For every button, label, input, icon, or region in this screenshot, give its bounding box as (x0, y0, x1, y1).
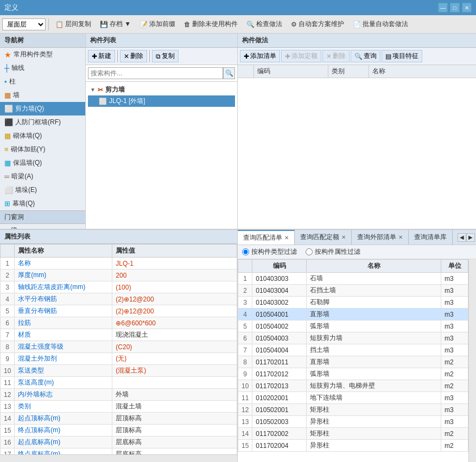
props-row[interactable]: 14起点顶标高(m)层顶标高 (1, 413, 237, 425)
maximize-button[interactable]: □ (450, 3, 460, 12)
delete-method-button[interactable]: ✕ 删除 (322, 50, 350, 62)
search-button[interactable]: 🔍 (223, 67, 235, 79)
query-row[interactable]: 10011702013短肢剪力墙、电梯井壁m2 (238, 380, 468, 392)
delete-component-button[interactable]: ✕ 删除 (120, 50, 147, 62)
props-row[interactable]: 13类别混凝土墙 (1, 401, 237, 413)
query-row[interactable]: 6010504003短肢剪力墙m3 (238, 332, 468, 344)
props-row-value[interactable]: (C20) (112, 341, 237, 353)
nav-item-curtain-wall[interactable]: ⊞ 幕墙(Q) (0, 197, 85, 210)
query-tab-list-lib[interactable]: 查询清单库 (409, 230, 453, 245)
nav-item-common-types[interactable]: ★ 常用构件类型 (0, 48, 85, 61)
nav-item-column[interactable]: ▪ 柱 (0, 75, 85, 88)
nav-item-insulation-wall[interactable]: ▦ 保温墙(Q) (0, 156, 85, 170)
props-row[interactable]: 5垂直分布钢筋(2)⊕12@200 (1, 305, 237, 317)
props-row-value[interactable]: 层底标高 (112, 437, 237, 448)
query-row[interactable]: 1010403003石墙m3 (238, 273, 468, 285)
query-v-scrollbar[interactable] (468, 259, 476, 462)
add-prefix-button[interactable]: 📝 添加前缀 (136, 17, 179, 31)
project-feature-button[interactable]: ▤ 项目特征 (382, 50, 422, 62)
props-row[interactable]: 1名称JLQ-1 (1, 258, 237, 270)
props-row-value[interactable]: 层顶标高 (112, 425, 237, 437)
props-row[interactable]: 6拉筋⊕6@600*600 (1, 317, 237, 329)
layer-select[interactable]: 屋面层 (2, 18, 46, 30)
query-tab-match-list[interactable]: 查询匹配清单 ✕ (238, 230, 295, 245)
query-table-container[interactable]: 编码 名称 单位 1010403003石墙m3201 (238, 259, 468, 462)
query-tab-match-quota[interactable]: 查询匹配定额 ✕ (295, 230, 352, 245)
filter-by-type-radio[interactable] (242, 248, 249, 255)
props-row[interactable]: 9混凝土外加剂(无) (1, 353, 237, 365)
props-row[interactable]: 17终点底标高(m)层底标高 (1, 448, 237, 455)
new-component-button[interactable]: ✚ 新建 (88, 50, 115, 62)
nav-item-wall-buttress[interactable]: ⬜ 墙垛(E) (0, 183, 85, 197)
props-row-value[interactable]: 层底标高 (112, 448, 237, 455)
props-row-value[interactable]: (无) (112, 353, 237, 365)
query-row[interactable]: 9011702012弧形墙m2 (238, 368, 468, 380)
props-row[interactable]: 7材质现浇混凝土 (1, 329, 237, 341)
query-row[interactable]: 4010504001直形墙m3 (238, 309, 468, 320)
minimize-button[interactable]: — (438, 3, 448, 12)
query-row[interactable]: 3010403002石勒脚m3 (238, 297, 468, 309)
filter-by-prop-radio[interactable] (306, 248, 313, 255)
tab-next-button[interactable]: ▶ (466, 233, 475, 242)
check-method-button[interactable]: 🔍 检查做法 (243, 17, 286, 31)
props-row[interactable]: 4水平分布钢筋(2)⊕12@200 (1, 293, 237, 305)
query-method-button[interactable]: 🔍 查询 (351, 50, 380, 62)
props-h-scrollbar[interactable] (0, 454, 237, 462)
props-row[interactable]: 12内/外墙标志外墙 (1, 389, 237, 401)
query-row[interactable]: 2010403004石挡土墙m3 (238, 285, 468, 297)
props-row-value[interactable]: 200 (112, 270, 237, 281)
query-row[interactable]: 7010504004挡土墙m3 (238, 344, 468, 356)
auto-plan-button[interactable]: ⚙ 自动套方案维护 (287, 17, 348, 31)
query-tab-external-list[interactable]: 查询外部清单 ✕ (352, 230, 409, 245)
tab-close-2[interactable]: ✕ (398, 234, 403, 240)
props-row[interactable]: 10泵送类型(混凝土泵) (1, 365, 237, 377)
query-row[interactable]: 13010502003异形柱m3 (238, 416, 468, 428)
tree-item-jlq1[interactable]: ⬜ JLQ-1 [外墙] (88, 95, 235, 107)
props-row[interactable]: 8混凝土强度等级(C20) (1, 341, 237, 353)
props-row-value[interactable]: (混凝土泵) (112, 365, 237, 377)
query-row[interactable]: 5010504002弧形墙m3 (238, 320, 468, 332)
props-table-container[interactable]: 属性名称 属性值 1名称JLQ-12厚度(mm)2003轴线距左墙皮距离(mm)… (0, 244, 237, 454)
query-row[interactable]: 11010202001地下连续墙m3 (238, 392, 468, 404)
props-row[interactable]: 16起点底标高(m)层底标高 (1, 437, 237, 448)
nav-item-wall[interactable]: ▦ 墙 (0, 88, 85, 102)
filter-by-type-label[interactable]: 按构件类型过滤 (242, 247, 297, 256)
props-row-value[interactable]: 外墙 (112, 389, 237, 401)
props-row[interactable]: 3轴线距左墙皮距离(mm)(100) (1, 281, 237, 293)
copy-between-floors-button[interactable]: 📋 层间复制 (52, 17, 95, 31)
nav-item-hidden-beam[interactable]: ═ 暗梁(A) (0, 170, 85, 183)
delete-unused-button[interactable]: 🗑 删除未使用构件 (180, 17, 242, 31)
nav-section-doors-windows[interactable]: 门窗洞 (0, 210, 85, 224)
nav-item-masonry-wall[interactable]: ▩ 砌体墙(Q) (0, 129, 85, 143)
component-search-input[interactable] (88, 67, 223, 79)
props-row-value[interactable]: (100) (112, 281, 237, 293)
batch-auto-button[interactable]: 📄 批量自动套做法 (349, 17, 412, 31)
props-row[interactable]: 15终点顶标高(m)层顶标高 (1, 425, 237, 437)
props-row[interactable]: 11泵送高度(m) (1, 377, 237, 389)
props-row-value[interactable]: 混凝土墙 (112, 401, 237, 413)
nav-item-shear-wall[interactable]: ⬜ 剪力墙(Q) (0, 102, 85, 116)
query-row[interactable]: 8011702011直形墙m2 (238, 356, 468, 368)
query-row[interactable]: 14011702002矩形柱m2 (238, 428, 468, 440)
nav-item-axis[interactable]: ┼ 轴线 (0, 61, 85, 75)
tab-close-0[interactable]: ✕ (284, 235, 289, 241)
props-row-value[interactable]: 现浇混凝土 (112, 329, 237, 341)
query-row[interactable]: 12010502001矩形柱m3 (238, 404, 468, 416)
props-row-value[interactable]: 层顶标高 (112, 413, 237, 425)
close-button[interactable]: ✕ (462, 3, 472, 12)
props-row-value[interactable]: JLQ-1 (112, 258, 237, 270)
add-list-button[interactable]: ✚ 添加清单 (240, 50, 280, 62)
tab-prev-button[interactable]: ◀ (458, 233, 466, 242)
query-row[interactable]: 15011702004异形柱m2 (238, 440, 468, 452)
nav-item-beam[interactable]: ━ 梁 (0, 224, 85, 229)
props-row-value[interactable]: ⊕6@600*600 (112, 317, 237, 329)
filter-by-prop-label[interactable]: 按构件属性过滤 (306, 247, 360, 256)
save-button[interactable]: 💾 存档 ▼ (96, 17, 135, 31)
nav-item-masonry-rebar[interactable]: ≡ 砌体加筋(Y) (0, 143, 85, 156)
props-row-value[interactable]: (2)⊕12@200 (112, 305, 237, 317)
props-row-value[interactable] (112, 377, 237, 389)
tab-close-1[interactable]: ✕ (341, 234, 346, 240)
copy-component-button[interactable]: ⧉ 复制 (152, 50, 179, 62)
props-row-value[interactable]: (2)⊕12@200 (112, 293, 237, 305)
props-row[interactable]: 2厚度(mm)200 (1, 270, 237, 281)
